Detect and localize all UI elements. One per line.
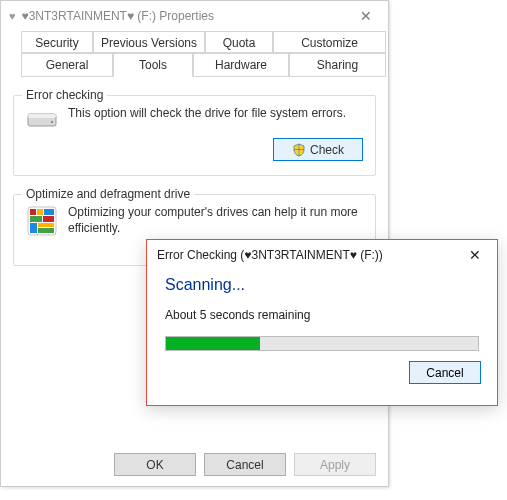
check-button[interactable]: Check bbox=[273, 138, 363, 161]
svg-rect-1 bbox=[28, 114, 56, 118]
svg-rect-8 bbox=[43, 216, 54, 222]
error-checking-text: This option will check the drive for fil… bbox=[68, 106, 363, 122]
modal-cancel-button[interactable]: Cancel bbox=[409, 361, 481, 384]
dialog-button-row: OK Cancel Apply bbox=[114, 453, 376, 476]
progress-bar bbox=[165, 336, 479, 351]
svg-rect-9 bbox=[30, 223, 37, 233]
cancel-button[interactable]: Cancel bbox=[204, 453, 286, 476]
scanning-label: Scanning... bbox=[165, 276, 479, 294]
time-remaining: About 5 seconds remaining bbox=[165, 308, 479, 322]
tab-previous-versions[interactable]: Previous Versions bbox=[93, 31, 205, 53]
tab-hardware[interactable]: Hardware bbox=[193, 53, 289, 77]
optimize-title: Optimize and defragment drive bbox=[22, 187, 194, 201]
drive-icon bbox=[26, 110, 58, 130]
apply-button[interactable]: Apply bbox=[294, 453, 376, 476]
optimize-text: Optimizing your computer's drives can he… bbox=[68, 205, 363, 236]
tab-tools[interactable]: Tools bbox=[113, 53, 193, 77]
tab-security[interactable]: Security bbox=[21, 31, 93, 53]
error-checking-title: Error checking bbox=[22, 88, 107, 102]
window-title: ♥3NT3RTAINMENT♥ (F:) Properties bbox=[22, 9, 352, 23]
error-checking-dialog: Error Checking (♥3NT3RTAINMENT♥ (F:)) ✕ … bbox=[146, 239, 498, 406]
shield-icon bbox=[292, 143, 306, 157]
tab-quota[interactable]: Quota bbox=[205, 31, 273, 53]
tab-customize[interactable]: Customize bbox=[273, 31, 386, 53]
error-checking-group: Error checking This option will check th… bbox=[13, 95, 376, 176]
svg-rect-6 bbox=[44, 209, 54, 215]
tab-general[interactable]: General bbox=[21, 53, 113, 77]
check-button-label: Check bbox=[310, 143, 344, 157]
svg-rect-10 bbox=[38, 223, 54, 227]
progress-fill bbox=[166, 337, 260, 350]
svg-rect-11 bbox=[38, 228, 54, 233]
defrag-icon bbox=[26, 205, 58, 237]
svg-rect-7 bbox=[30, 216, 42, 222]
titlebar: ♥︎ ♥3NT3RTAINMENT♥ (F:) Properties ✕ bbox=[1, 1, 388, 31]
ok-button[interactable]: OK bbox=[114, 453, 196, 476]
drive-heart-icon: ♥︎ bbox=[9, 10, 16, 22]
modal-close-icon[interactable]: ✕ bbox=[463, 247, 487, 263]
modal-titlebar: Error Checking (♥3NT3RTAINMENT♥ (F:)) ✕ bbox=[147, 240, 497, 270]
tab-sharing[interactable]: Sharing bbox=[289, 53, 386, 77]
svg-rect-5 bbox=[37, 209, 43, 215]
svg-rect-4 bbox=[30, 209, 36, 215]
svg-point-2 bbox=[51, 121, 53, 123]
modal-title: Error Checking (♥3NT3RTAINMENT♥ (F:)) bbox=[157, 248, 463, 262]
tab-strip: Security Previous Versions Quota Customi… bbox=[21, 31, 368, 77]
close-icon[interactable]: ✕ bbox=[352, 8, 380, 24]
